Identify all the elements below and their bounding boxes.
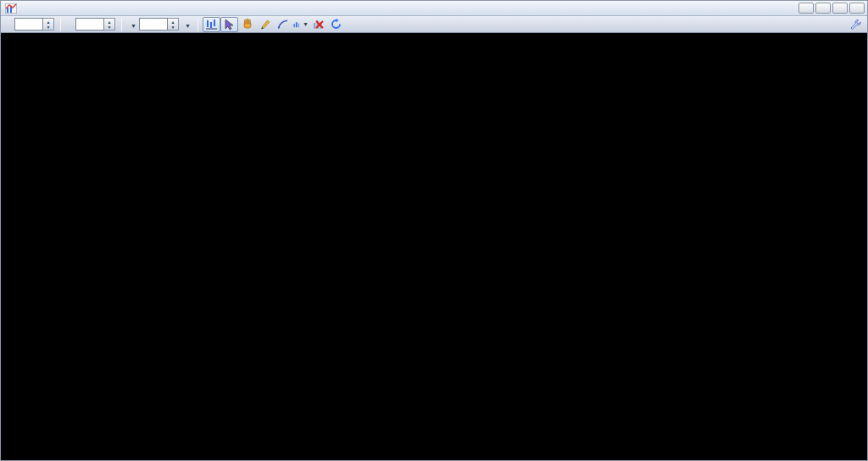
gold-multiplier-stepper[interactable]: ▲▼ [43,18,54,31]
close-button[interactable] [849,3,865,14]
settings-button[interactable] [846,17,864,32]
bar-count-stepper[interactable]: ▲▼ [168,18,179,31]
title-bar [1,1,867,16]
pan-hand-icon [241,18,253,31]
indicator-chart-icon [292,18,301,31]
select-arrow-icon [223,19,235,31]
chart-cursor-icon [205,18,218,31]
popout-window-button[interactable] [798,3,814,14]
toolbar-separator [60,18,61,31]
pan-tool-button[interactable] [238,17,256,32]
interval-dropdown[interactable]: ▼ [183,19,191,30]
remove-indicator-button[interactable] [309,17,327,32]
remove-chart-icon [312,18,325,31]
pen-tool-button[interactable] [274,17,292,32]
toolbar: ▲▼ ▲▼ ▼ ▲▼ ▼ [1,16,867,33]
chart-window: ▲▼ ▲▼ ▼ ▲▼ ▼ [0,0,868,461]
chevron-down-icon: ▼ [185,23,191,29]
platinum-multiplier-stepper[interactable]: ▲▼ [104,18,115,31]
app-chart-icon [5,3,17,14]
select-tool-button[interactable] [220,17,238,32]
indicator-menu-button[interactable]: ▼ [292,17,309,32]
draw-pencil-icon [259,18,271,31]
chevron-down-icon: ▼ [131,23,136,29]
chart-stack [2,33,866,459]
settings-wrench-icon [849,19,861,31]
toolbar-separator [198,18,198,31]
gold-multiplier-input[interactable] [14,18,43,31]
refresh-icon [330,18,342,31]
refresh-button[interactable] [327,17,345,32]
platinum-multiplier-input[interactable] [75,18,104,31]
draw-pen-icon [276,18,289,31]
bar-count-input[interactable] [139,18,168,31]
toolbar-separator [121,18,122,31]
maximize-button[interactable] [832,3,848,14]
pencil-tool-button[interactable] [256,17,274,32]
chart-cursor-button[interactable] [203,17,220,32]
bar-type-dropdown[interactable]: ▼ [129,19,136,30]
minimize-button[interactable] [815,3,831,14]
chevron-down-icon: ▼ [303,21,309,27]
